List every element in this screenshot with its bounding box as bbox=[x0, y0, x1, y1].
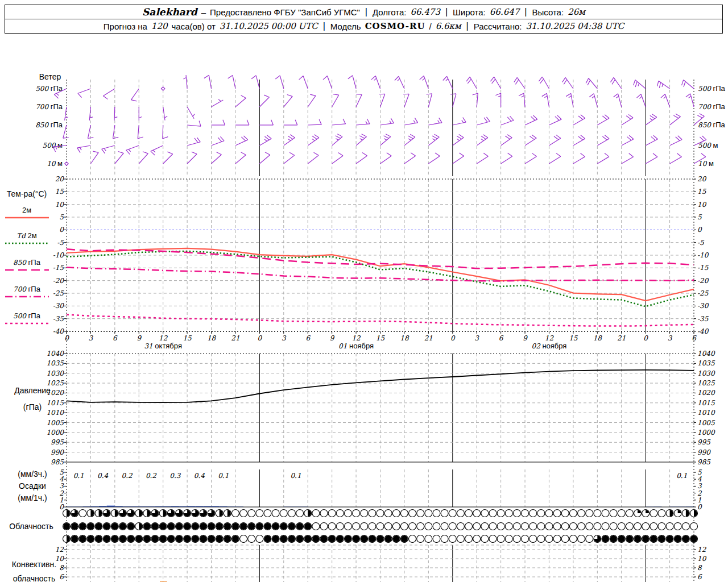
hour-label: 18 bbox=[593, 334, 603, 342]
wind-level-label-left: 10 м bbox=[47, 159, 63, 168]
hour-label: 9 bbox=[523, 334, 528, 342]
precip-1h-label: (мм/1ч.) bbox=[18, 493, 47, 502]
longitude-label: Долгота: bbox=[373, 7, 406, 17]
tick-label: -40 bbox=[53, 327, 65, 335]
date-label: 31 октября bbox=[144, 342, 182, 350]
forecast-hours: 120 bbox=[151, 21, 168, 31]
separator: | bbox=[322, 21, 326, 31]
tick-label: -10 bbox=[53, 251, 65, 259]
hour-label: 12 bbox=[351, 334, 361, 342]
run-datetime: 31.10.2025 00:00 UTC bbox=[220, 21, 318, 31]
precip-amount-label: 0.4 bbox=[97, 472, 108, 480]
tick-label: 1035 bbox=[46, 359, 64, 367]
tick-label: 985 bbox=[697, 458, 711, 466]
hour-label: 3 bbox=[668, 334, 673, 342]
tick-label: 985 bbox=[51, 458, 64, 466]
tick-label: 10 bbox=[697, 201, 707, 209]
hour-label: 6 bbox=[692, 334, 697, 342]
hour-label: 3 bbox=[282, 334, 287, 342]
separator: | bbox=[465, 21, 470, 31]
hour-label: 3 bbox=[474, 334, 479, 342]
tick-label: 1040 bbox=[46, 350, 64, 357]
tick-label: -25 bbox=[53, 289, 65, 297]
tick-label: 12 bbox=[697, 546, 707, 554]
tick-label: 1010 bbox=[697, 409, 715, 417]
wind-barb-row bbox=[53, 134, 706, 155]
precip-section-title: Осадки bbox=[19, 481, 46, 490]
precip-3h-label: (мм/3ч.) bbox=[18, 469, 47, 479]
hour-label: 0 bbox=[450, 334, 456, 342]
hour-label: 6 bbox=[113, 334, 118, 342]
tick-label: 0 bbox=[59, 503, 64, 511]
altitude-value: 26м bbox=[568, 7, 585, 17]
wind-level-label-left: 500 гПа bbox=[35, 84, 63, 93]
hour-label: 12 bbox=[545, 334, 555, 342]
wind-section-title: Ветер bbox=[39, 72, 61, 81]
wind-level-label-right: 700 гПа bbox=[698, 102, 726, 111]
latitude-value: 66.647 bbox=[490, 7, 520, 17]
tick-label: 6 bbox=[59, 573, 64, 581]
tick-label: 12 bbox=[55, 546, 65, 554]
wind-level-label-right: 850 гПа bbox=[698, 120, 726, 129]
tick-label: 10 bbox=[55, 555, 65, 563]
header-line-1: Salekhard – Предоставлено ФГБУ "ЗапСиб У… bbox=[5, 5, 723, 19]
tick-label: -5 bbox=[697, 239, 705, 247]
header-line-2: Прогноз на 120 часа(ов) от 31.10.2025 00… bbox=[5, 19, 723, 34]
tick-label: 5 bbox=[59, 213, 64, 221]
tick-label: 1000 bbox=[697, 429, 715, 436]
tick-label: 1030 bbox=[697, 369, 715, 377]
wind-level-label-right: 10 м bbox=[698, 159, 714, 168]
tick-label: 1030 bbox=[46, 369, 64, 377]
hour-label: 15 bbox=[376, 334, 386, 342]
precip-amount-label: 0.2 bbox=[122, 472, 133, 480]
hour-label: 0 bbox=[258, 334, 263, 342]
tick-label: -30 bbox=[697, 302, 709, 310]
model-slash: / bbox=[429, 22, 431, 31]
altitude-label: Высота: bbox=[532, 7, 564, 17]
tick-label: 990 bbox=[51, 448, 64, 456]
precip-amount-label: 0.2 bbox=[146, 472, 157, 480]
hour-label: 6 bbox=[305, 334, 311, 342]
tick-label: -35 bbox=[697, 315, 709, 323]
hour-label: 21 bbox=[617, 334, 626, 342]
hour-label: 3 bbox=[89, 334, 94, 342]
hour-label: 12 bbox=[159, 334, 168, 342]
hour-label: 21 bbox=[231, 334, 239, 342]
forecast-mid: часа(ов) от bbox=[172, 22, 216, 31]
tick-label: 1005 bbox=[46, 419, 64, 427]
pressure-unit-label: (гПа) bbox=[23, 402, 42, 411]
tick-label: -35 bbox=[53, 315, 65, 323]
tick-label: -15 bbox=[53, 264, 65, 272]
tick-label: -20 bbox=[53, 277, 65, 285]
tick-label: 1015 bbox=[697, 399, 715, 407]
precip-amount-label: 0.1 bbox=[290, 472, 301, 480]
calc-datetime: 31.10.2025 04:38 UTC bbox=[526, 21, 624, 31]
calc-label: Рассчитано: bbox=[474, 22, 522, 31]
tick-label: 8 bbox=[59, 564, 64, 572]
hour-label: 21 bbox=[424, 334, 433, 342]
tick-label: -15 bbox=[697, 264, 709, 272]
cloud-row bbox=[63, 523, 698, 530]
tick-label: 995 bbox=[51, 438, 64, 446]
header-dash: – bbox=[201, 7, 206, 17]
tick-label: 0 bbox=[59, 226, 64, 234]
temperature-section-title: Тем-ра(°C) bbox=[7, 189, 47, 198]
meteogram-page: Salekhard – Предоставлено ФГБУ "ЗапСиб У… bbox=[0, 0, 728, 582]
hour-label: 6 bbox=[499, 334, 504, 342]
tick-label: 1005 bbox=[697, 419, 715, 427]
longitude-value: 66.473 bbox=[410, 7, 440, 17]
temp-legend-label: 700 гПа bbox=[13, 285, 41, 293]
tick-label: 0 bbox=[697, 503, 702, 511]
tick-label: 1025 bbox=[697, 379, 715, 387]
hour-label: 15 bbox=[569, 334, 578, 342]
tick-label: 1035 bbox=[697, 359, 715, 367]
hour-label: 15 bbox=[183, 334, 192, 342]
wind-barb-row bbox=[54, 75, 694, 101]
tick-label: 1000 bbox=[46, 429, 64, 436]
provider-label: Предоставлено ФГБУ "ЗапСиб УГМС" bbox=[210, 7, 360, 17]
tick-label: 995 bbox=[697, 438, 711, 446]
separator: | bbox=[444, 7, 449, 17]
separator: | bbox=[523, 7, 528, 17]
date-label: 01 ноября bbox=[338, 342, 374, 350]
station-name: Salekhard bbox=[142, 6, 197, 18]
